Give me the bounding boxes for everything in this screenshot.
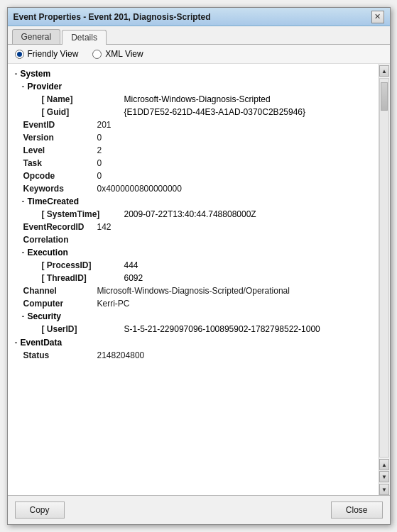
process-id-key: [ ProcessID] (12, 260, 124, 270)
opcode-row: Opcode 0 (8, 170, 379, 182)
computer-value: Kerri-PC (97, 299, 374, 309)
opcode-label: Opcode (12, 171, 97, 181)
content-area: - System - Provider [ Name] Microsoft-Wi… (8, 64, 390, 495)
task-value: 0 (97, 158, 374, 168)
scroll-page-down-button[interactable]: ▼ (379, 471, 389, 482)
keywords-value: 0x4000000800000000 (97, 184, 374, 194)
friendly-view-indicator (15, 50, 24, 59)
bottom-bar: Copy Close (8, 495, 390, 524)
channel-label: Channel (12, 286, 97, 296)
task-label: Task (12, 158, 97, 168)
xml-view-label: XML View (105, 49, 143, 59)
level-row: Level 2 (8, 144, 379, 157)
view-radio-bar: Friendly View XML View (8, 45, 390, 64)
task-row: Task 0 (8, 157, 379, 170)
status-value: 2148204800 (97, 350, 374, 360)
correlation-row: Correlation (8, 233, 379, 246)
thread-id-value: 6092 (124, 273, 374, 283)
status-row: Status 2148204800 (8, 349, 379, 362)
user-id-row: [ UserID] S-1-5-21-229097096-100895902-1… (8, 323, 379, 336)
event-id-value: 201 (97, 120, 374, 130)
level-value: 2 (97, 145, 374, 155)
process-id-row: [ ProcessID] 444 (8, 259, 379, 272)
scroll-down-button[interactable]: ▼ (379, 484, 389, 495)
close-button[interactable]: Close (331, 501, 383, 519)
tabs-bar: General Details (8, 26, 390, 45)
close-title-button[interactable]: ✕ (371, 11, 384, 23)
level-label: Level (12, 145, 97, 155)
process-id-value: 444 (124, 260, 374, 270)
event-data-label: EventData (21, 338, 62, 348)
friendly-view-radio[interactable]: Friendly View (15, 49, 79, 59)
user-id-key: [ UserID] (12, 324, 124, 334)
scroll-bottom-arrows: ▲ ▼ (379, 459, 389, 482)
tab-general[interactable]: General (12, 29, 61, 44)
event-properties-window: Event Properties - Event 201, Diagnosis-… (7, 7, 391, 525)
event-data-header: - EventData (8, 336, 379, 349)
xml-view-radio[interactable]: XML View (92, 49, 143, 59)
computer-row: Computer Kerri-PC (8, 297, 379, 310)
status-label: Status (12, 350, 97, 360)
xml-view-indicator (92, 50, 102, 59)
tab-details[interactable]: Details (62, 30, 107, 45)
event-record-id-label: EventRecordID (12, 222, 97, 232)
scroll-page-up-button[interactable]: ▲ (379, 459, 389, 470)
correlation-label: Correlation (12, 235, 97, 245)
keywords-label: Keywords (12, 184, 97, 194)
provider-header: - Provider (8, 80, 379, 93)
system-time-key: [ SystemTime] (12, 209, 124, 219)
provider-label: Provider (28, 82, 62, 92)
time-created-label: TimeCreated (28, 196, 79, 206)
version-value: 0 (97, 133, 374, 143)
keywords-row: Keywords 0x4000000800000000 (8, 182, 379, 195)
channel-row: Channel Microsoft-Windows-Diagnosis-Scri… (8, 284, 379, 297)
event-record-id-row: EventRecordID 142 (8, 221, 379, 233)
version-label: Version (12, 133, 97, 143)
opcode-value: 0 (97, 171, 374, 181)
system-label: System (21, 69, 51, 79)
friendly-view-label: Friendly View (28, 49, 79, 59)
provider-guid-value: {E1DD7E52-621D-44E3-A1AD-0370C2B25946} (124, 107, 374, 117)
system-time-row: [ SystemTime] 2009-07-22T13:40:44.748808… (8, 208, 379, 221)
channel-value: Microsoft-Windows-Diagnosis-Scripted/Ope… (97, 286, 374, 296)
event-record-id-value: 142 (97, 222, 374, 232)
thread-id-row: [ ThreadID] 6092 (8, 272, 379, 284)
provider-guid-row: [ Guid] {E1DD7E52-621D-44E3-A1AD-0370C2B… (8, 106, 379, 118)
security-label: Security (28, 311, 61, 321)
user-id-value: S-1-5-21-229097096-100895902-1782798522-… (124, 324, 374, 334)
execution-label: Execution (28, 248, 68, 257)
title-bar: Event Properties - Event 201, Diagnosis-… (8, 8, 390, 26)
event-id-label: EventID (12, 120, 97, 130)
scroll-track[interactable] (379, 78, 389, 458)
provider-name-value: Microsoft-Windows-Diagnosis-Scripted (124, 94, 374, 104)
provider-name-key: [ Name] (12, 94, 124, 104)
system-section-header: - System (8, 67, 379, 80)
scroll-up-button[interactable]: ▲ (379, 65, 389, 77)
event-id-row: EventID 201 (8, 118, 379, 131)
time-created-header: - TimeCreated (8, 195, 379, 208)
system-time-value: 2009-07-22T13:40:44.748808000Z (124, 209, 374, 219)
scrollbar[interactable]: ▲ ▲ ▼ ▼ (379, 64, 390, 495)
scroll-thumb[interactable] (381, 82, 388, 111)
version-row: Version 0 (8, 131, 379, 144)
thread-id-key: [ ThreadID] (12, 273, 124, 283)
security-header: - Security (8, 310, 379, 323)
computer-label: Computer (12, 299, 97, 309)
scroll-content[interactable]: - System - Provider [ Name] Microsoft-Wi… (8, 64, 379, 495)
execution-header: - Execution (8, 246, 379, 259)
provider-guid-key: [ Guid] (12, 107, 124, 117)
window-title: Event Properties - Event 201, Diagnosis-… (13, 12, 211, 22)
provider-name-row: [ Name] Microsoft-Windows-Diagnosis-Scri… (8, 93, 379, 106)
copy-button[interactable]: Copy (15, 501, 65, 519)
